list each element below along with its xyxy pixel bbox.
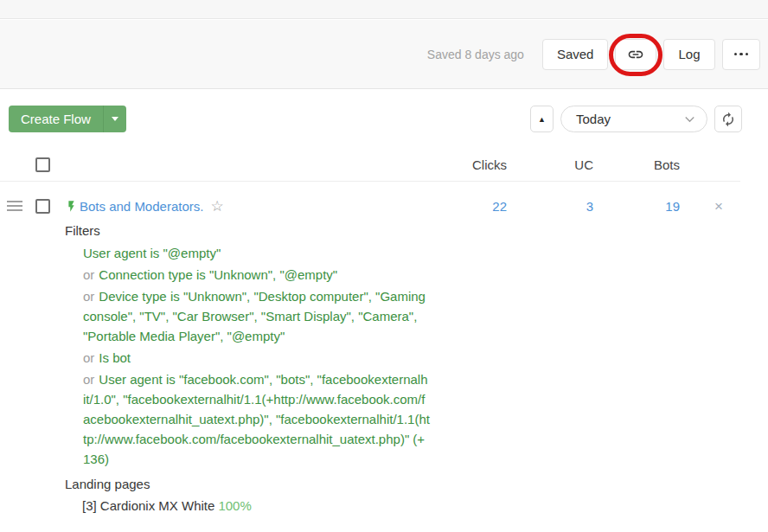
filter-text: User agent is "facebook.com", "bots", "f…: [83, 372, 430, 466]
filter-text: Device type is "Unknown", "Desktop compu…: [83, 289, 426, 343]
collapse-button[interactable]: ▲: [530, 106, 554, 132]
filter-text: User agent is "@empty": [83, 246, 221, 260]
refresh-icon: [720, 112, 736, 127]
column-header-uc[interactable]: UC: [507, 157, 593, 172]
row-clicks-value[interactable]: 22: [429, 199, 507, 214]
filter-condition: orIs bot: [83, 348, 430, 368]
saved-button[interactable]: Saved: [542, 39, 609, 70]
lightning-bolt-icon: [65, 200, 78, 213]
link-button-wrap: [615, 39, 656, 70]
column-header-clicks[interactable]: Clicks: [429, 157, 507, 172]
filter-or-label: or: [83, 289, 94, 304]
date-range-value: Today: [576, 112, 682, 126]
select-all-checkbox[interactable]: [35, 157, 50, 172]
landing-page-name: [3] Cardionix MX White: [82, 498, 214, 513]
link-icon: [627, 46, 644, 63]
drag-handle-icon[interactable]: [7, 201, 22, 211]
more-icon: [734, 53, 749, 56]
create-flow-label[interactable]: Create Flow: [9, 106, 103, 132]
create-flow-dropdown[interactable]: [103, 106, 126, 132]
column-header-bots[interactable]: Bots: [593, 157, 680, 172]
landing-page-item: [3] Cardionix MX White100%: [82, 498, 252, 513]
filter-condition: User agent is "@empty": [83, 243, 430, 263]
chevron-down-icon: [112, 117, 118, 121]
filter-condition: orDevice type is "Unknown", "Desktop com…: [83, 286, 430, 346]
filter-or-label: or: [83, 267, 94, 282]
star-icon[interactable]: ☆: [210, 199, 223, 214]
log-button[interactable]: Log: [663, 39, 714, 70]
copy-link-button[interactable]: [615, 39, 656, 70]
triangle-up-icon: ▲: [538, 115, 546, 124]
row-close-cell: ×: [680, 199, 740, 214]
landing-pages-section-label: Landing pages: [65, 477, 150, 491]
filter-or-label: or: [83, 350, 94, 365]
create-flow-button[interactable]: Create Flow: [9, 106, 126, 132]
row-checkbox[interactable]: [35, 199, 50, 214]
row-bots-value[interactable]: 19: [593, 199, 680, 214]
chevron-down-icon: [682, 111, 698, 127]
filter-condition: orUser agent is "facebook.com", "bots", …: [83, 369, 430, 469]
table-header-name-cell: [0, 157, 429, 172]
landing-page-share: 100%: [218, 498, 251, 513]
close-icon[interactable]: ×: [714, 199, 723, 214]
table-row: Bots and Moderators. ☆ 22 3 19 ×: [0, 192, 740, 220]
more-button[interactable]: [722, 39, 761, 70]
app-bar: Saved 8 days ago Saved Log: [0, 20, 768, 89]
top-strip: [0, 0, 768, 19]
filters-section-label: Filters: [65, 223, 100, 238]
flow-management-page: Saved 8 days ago Saved Log Create Flow ▲…: [0, 0, 768, 532]
flow-name-link[interactable]: Bots and Moderators.: [80, 199, 203, 214]
filters-list: User agent is "@empty" orConnection type…: [83, 243, 430, 471]
refresh-button[interactable]: [714, 106, 742, 132]
filter-or-label: or: [83, 372, 94, 387]
filter-condition: orConnection type is "Unknown", "@empty": [83, 265, 430, 285]
filter-text: Connection type is "Unknown", "@empty": [99, 267, 337, 282]
saved-status: Saved 8 days ago: [427, 48, 524, 61]
row-uc-value[interactable]: 3: [507, 199, 593, 214]
table-header-row: Clicks UC Bots: [0, 149, 740, 182]
date-range-select[interactable]: Today: [560, 106, 707, 132]
filter-text: Is bot: [99, 350, 131, 365]
